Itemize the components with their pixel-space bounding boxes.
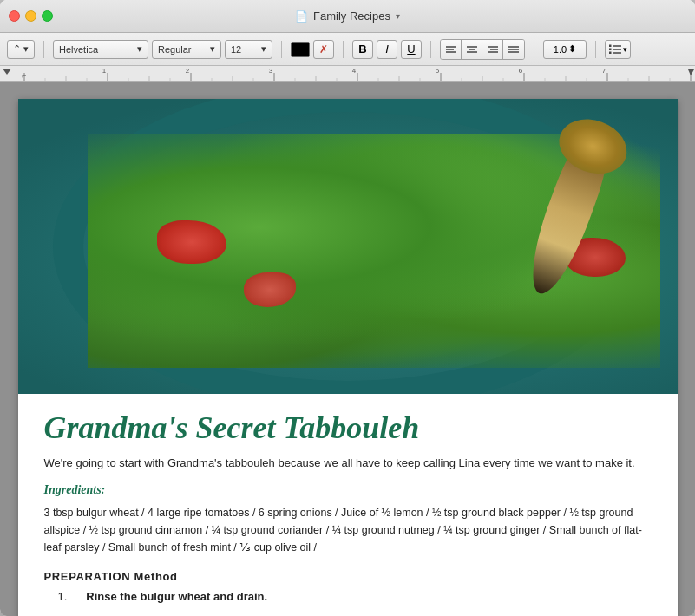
svg-text:7: 7 [602, 67, 606, 75]
font-section: Helvetica ▾ Regular ▾ 12 ▾ [53, 40, 272, 59]
line-spacing-button[interactable]: 1.0 ⬍ [543, 40, 587, 59]
step-1-number: 1. [58, 590, 68, 603]
window-title: Family Recipes [313, 10, 390, 23]
align-left-button[interactable] [441, 40, 462, 59]
ruler: 1 2 3 4 5 6 7 [0, 66, 695, 82]
font-size-label: 12 [231, 44, 241, 55]
divider-6 [595, 41, 596, 58]
divider-3 [343, 41, 344, 58]
chevron-down-icon: ▾ [137, 43, 142, 55]
ruler-left-indent-icon[interactable] [3, 69, 11, 75]
minimize-button[interactable] [25, 10, 36, 22]
divider-1 [43, 41, 44, 58]
list-button[interactable]: ▾ [605, 40, 631, 59]
align-right-icon [488, 45, 498, 54]
ingredients-list: 3 tbsp bulgur wheat / 4 large ripe tomat… [44, 504, 652, 556]
text-color-picker[interactable] [291, 42, 310, 57]
font-style-label: Regular [158, 44, 192, 55]
svg-marker-59 [688, 69, 694, 75]
font-family-label: Helvetica [59, 44, 98, 55]
align-justify-icon [508, 45, 519, 54]
text-format-section: B I U [352, 40, 422, 59]
svg-text:2: 2 [186, 67, 190, 75]
hero-image [18, 99, 678, 394]
alignment-section [440, 39, 525, 60]
style-section: ⌃ ▾ [7, 40, 35, 59]
divider-5 [534, 41, 534, 58]
align-justify-button[interactable] [503, 40, 524, 59]
svg-text:6: 6 [519, 67, 523, 75]
chevron-down-icon: ▾ [261, 43, 266, 55]
step-1: 1. Rinse the bulgur wheat and drain. [44, 590, 652, 603]
svg-text:3: 3 [269, 67, 273, 75]
document-page: Grandma's Secret Tabbouleh We're going t… [18, 99, 678, 616]
line-spacing-label: 1.0 [554, 44, 567, 55]
recipe-intro: We're going to start with Grandma's tabb… [44, 455, 652, 472]
maximize-button[interactable] [42, 10, 53, 22]
chevron-down-icon: ▾ [210, 43, 215, 55]
align-left-icon [446, 45, 456, 54]
toolbar: ⌃ ▾ Helvetica ▾ Regular ▾ 12 ▾ ✗ [0, 33, 695, 66]
font-family-dropdown[interactable]: Helvetica ▾ [53, 40, 148, 59]
bold-icon: B [358, 43, 366, 56]
bold-button[interactable]: B [352, 40, 373, 59]
ingredients-label: Ingredients: [44, 483, 652, 497]
svg-text:5: 5 [436, 67, 440, 75]
tomato-1 [157, 220, 226, 264]
align-right-button[interactable] [482, 40, 503, 59]
format-eraser-button[interactable]: ✗ [313, 40, 334, 59]
font-style-dropdown[interactable]: Regular ▾ [152, 40, 221, 59]
titlebar: 📄 Family Recipes ▾ [0, 0, 695, 33]
svg-text:⌐: ⌐ [22, 71, 26, 80]
page-content: Grandma's Secret Tabbouleh We're going t… [18, 394, 678, 616]
underline-icon: U [407, 43, 415, 56]
chevron-down-icon: ▾ [23, 43, 29, 55]
list-icon [609, 44, 621, 55]
close-button[interactable] [9, 10, 20, 22]
preparation-header: PREPARATION Method [44, 570, 652, 583]
traffic-lights [9, 10, 53, 22]
eraser-icon: ✗ [319, 43, 328, 56]
align-center-icon [467, 45, 477, 54]
svg-text:1: 1 [102, 67, 107, 75]
font-size-dropdown[interactable]: 12 ▾ [225, 40, 272, 59]
style-icon: ⌃ [13, 43, 21, 55]
spacing-arrows-icon: ⬍ [568, 43, 576, 55]
divider-4 [430, 41, 431, 58]
italic-button[interactable]: I [377, 40, 397, 59]
titlebar-center: 📄 Family Recipes ▾ [295, 10, 400, 23]
color-section: ✗ [291, 40, 334, 59]
style-button[interactable]: ⌃ ▾ [7, 40, 35, 59]
svg-rect-15 [609, 44, 612, 47]
italic-icon: I [385, 43, 389, 56]
align-center-button[interactable] [462, 40, 482, 59]
recipe-title: Grandma's Secret Tabbouleh [44, 411, 652, 446]
svg-rect-16 [609, 48, 612, 50]
svg-rect-17 [609, 51, 612, 54]
document-icon: 📄 [295, 10, 308, 23]
list-section: ▾ [605, 40, 631, 59]
document-area[interactable]: Grandma's Secret Tabbouleh We're going t… [0, 82, 695, 616]
divider-2 [281, 41, 282, 58]
title-chevron-icon[interactable]: ▾ [396, 11, 400, 21]
ruler-svg: 1 2 3 4 5 6 7 [0, 66, 695, 81]
list-chevron-icon: ▾ [623, 45, 627, 54]
alignment-group [440, 39, 525, 60]
spacing-section: 1.0 ⬍ [543, 40, 587, 59]
app-window: 📄 Family Recipes ▾ ⌃ ▾ Helvetica ▾ Regul… [0, 0, 695, 616]
svg-text:4: 4 [352, 67, 357, 75]
underline-button[interactable]: U [401, 40, 422, 59]
step-1-text: Rinse the bulgur wheat and drain. [86, 590, 267, 603]
